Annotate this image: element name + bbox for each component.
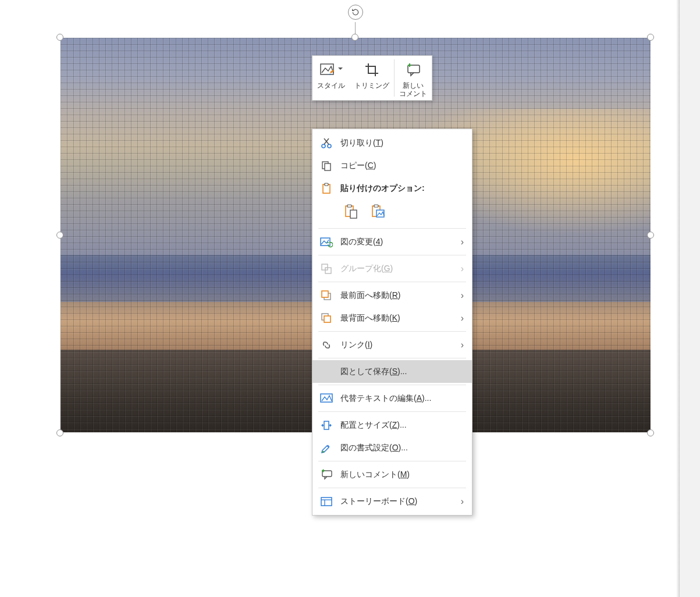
- selection-handle-top-middle[interactable]: [351, 34, 358, 41]
- workspace-gutter: [679, 0, 700, 597]
- selection-handle-middle-right[interactable]: [647, 232, 654, 239]
- svg-rect-7: [325, 164, 331, 170]
- change-picture-icon: [319, 235, 333, 249]
- menu-item-edit-alt-text-label: 代替テキストの編集(A)...: [340, 393, 464, 404]
- paste-options-row: [312, 200, 472, 226]
- menu-separator: [318, 255, 466, 255]
- menu-item-group-label: グループ化(G): [340, 264, 461, 274]
- selection-handle-middle-left[interactable]: [56, 232, 63, 239]
- mini-toolbar-style-button[interactable]: スタイル: [312, 56, 350, 100]
- menu-item-cut[interactable]: 切り取り(T): [312, 132, 472, 154]
- menu-item-save-as-picture[interactable]: 図として保存(S)...: [312, 360, 472, 383]
- menu-item-size-and-position[interactable]: 配置とサイズ(Z)...: [312, 414, 472, 436]
- mini-toolbar-crop-label: トリミング: [354, 81, 389, 90]
- svg-rect-25: [322, 471, 332, 477]
- slide-canvas[interactable]: スタイル トリミング 新しいコメント: [0, 0, 680, 597]
- context-menu: 切り取り(T) コピー(C) 貼り付けのオプション:: [312, 129, 472, 516]
- menu-item-save-as-picture-label: 図として保存(S)...: [340, 367, 464, 377]
- rotation-handle[interactable]: [348, 5, 363, 20]
- group-icon: [319, 262, 333, 276]
- alt-text-icon: [319, 392, 333, 406]
- menu-item-new-comment[interactable]: 新しいコメント(M): [312, 463, 472, 486]
- menu-item-change-picture[interactable]: 図の変更(4) ›: [312, 230, 472, 253]
- svg-rect-11: [347, 205, 351, 207]
- picture-style-icon: [319, 62, 337, 77]
- submenu-arrow-icon: ›: [461, 290, 464, 301]
- menu-separator: [318, 461, 466, 461]
- submenu-arrow-icon: ›: [461, 264, 464, 274]
- copy-icon: [319, 159, 333, 173]
- menu-item-storyboard[interactable]: ストーリーボード(O) ›: [312, 490, 472, 513]
- menu-item-change-picture-label: 図の変更(4): [340, 237, 461, 247]
- svg-rect-24: [324, 421, 329, 429]
- menu-separator: [318, 282, 466, 282]
- menu-item-bring-to-front-label: 最前面へ移動(R): [340, 290, 461, 301]
- rotate-icon: [351, 8, 360, 17]
- submenu-arrow-icon: ›: [461, 340, 464, 350]
- format-picture-icon: [319, 441, 333, 455]
- storyboard-icon: [319, 495, 333, 509]
- menu-item-copy[interactable]: コピー(C): [312, 154, 472, 177]
- svg-rect-20: [322, 291, 328, 297]
- new-comment-icon: [319, 468, 333, 482]
- menu-separator: [318, 385, 466, 385]
- submenu-arrow-icon: ›: [461, 237, 464, 247]
- menu-item-paste-header-label: 貼り付けのオプション:: [340, 183, 464, 194]
- selection-handle-top-left[interactable]: [56, 34, 63, 41]
- menu-separator: [318, 228, 466, 229]
- svg-rect-14: [374, 205, 378, 207]
- link-icon: [319, 338, 333, 352]
- svg-point-2: [322, 144, 325, 148]
- svg-rect-18: [325, 268, 331, 273]
- svg-rect-12: [350, 210, 357, 218]
- menu-separator: [318, 331, 466, 332]
- svg-rect-17: [322, 264, 328, 270]
- crop-icon: [364, 62, 379, 77]
- menu-item-send-to-back[interactable]: 最背面へ移動(K) ›: [312, 307, 472, 329]
- paste-option-keep-source[interactable]: [340, 202, 361, 222]
- menu-item-storyboard-label: ストーリーボード(O): [340, 496, 461, 507]
- mini-toolbar-new-comment-button[interactable]: 新しいコメント: [395, 56, 432, 100]
- dropdown-caret-icon: [338, 65, 343, 74]
- mini-toolbar-crop-button[interactable]: トリミング: [350, 56, 394, 100]
- clipboard-blank-icon: [343, 204, 358, 219]
- menu-item-link[interactable]: リンク(I) ›: [312, 333, 472, 356]
- send-to-back-icon: [319, 311, 333, 325]
- paste-icon: [319, 182, 333, 196]
- selection-handle-top-right[interactable]: [647, 34, 654, 41]
- selection-handle-bottom-right[interactable]: [647, 429, 654, 436]
- new-comment-icon: [405, 62, 421, 77]
- menu-item-format-picture[interactable]: 図の書式設定(O)...: [312, 436, 472, 459]
- menu-item-send-to-back-label: 最背面へ移動(K): [340, 313, 461, 324]
- bring-to-front-icon: [319, 289, 333, 303]
- menu-item-group: グループ化(G) ›: [312, 257, 472, 280]
- menu-item-new-comment-label: 新しいコメント(M): [340, 470, 464, 480]
- menu-separator: [318, 411, 466, 412]
- svg-rect-26: [321, 498, 332, 506]
- svg-point-3: [328, 144, 331, 148]
- svg-rect-22: [324, 316, 331, 322]
- menu-item-cut-label: 切り取り(T): [340, 138, 464, 148]
- paste-option-picture[interactable]: [367, 202, 388, 222]
- selection-handle-bottom-left[interactable]: [56, 429, 63, 436]
- menu-item-edit-alt-text[interactable]: 代替テキストの編集(A)...: [312, 387, 472, 410]
- blank-icon: [319, 365, 333, 379]
- mini-toolbar: スタイル トリミング 新しいコメント: [312, 55, 432, 101]
- submenu-arrow-icon: ›: [461, 496, 464, 507]
- menu-item-format-picture-label: 図の書式設定(O)...: [340, 443, 464, 453]
- menu-separator: [318, 488, 466, 488]
- menu-item-paste-header: 貼り付けのオプション:: [312, 177, 472, 200]
- menu-item-link-label: リンク(I): [340, 340, 461, 350]
- size-position-icon: [319, 418, 333, 432]
- mini-toolbar-new-comment-label: 新しいコメント: [399, 81, 427, 98]
- submenu-arrow-icon: ›: [461, 313, 464, 324]
- menu-item-copy-label: コピー(C): [340, 161, 464, 171]
- cut-icon: [319, 136, 333, 150]
- mini-toolbar-style-label: スタイル: [317, 81, 345, 90]
- svg-rect-9: [325, 183, 328, 186]
- menu-item-size-and-position-label: 配置とサイズ(Z)...: [340, 420, 464, 431]
- menu-separator: [318, 358, 466, 358]
- menu-item-bring-to-front[interactable]: 最前面へ移動(R) ›: [312, 284, 472, 307]
- clipboard-picture-icon: [370, 204, 385, 219]
